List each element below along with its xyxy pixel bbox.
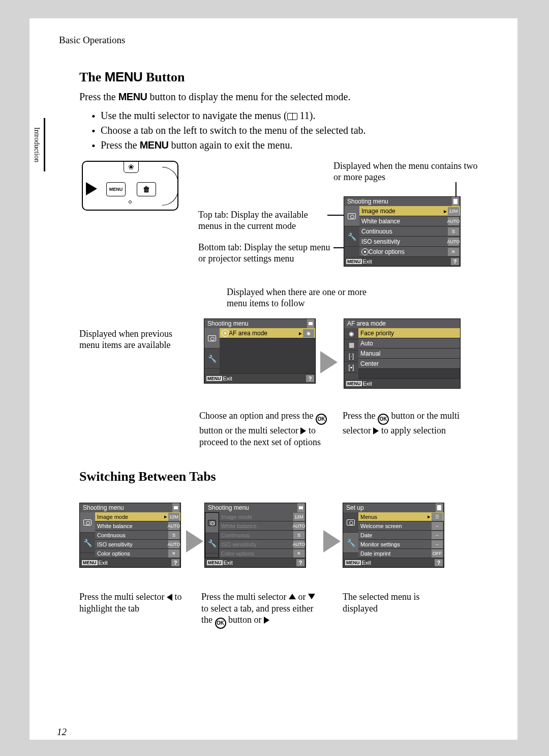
callout-pages: Displayed when the menu contains two or … [333,161,486,183]
lcd-step1: Shooting menu 🔧 Image mode▸12M White bal… [79,503,181,568]
down-arrow-icon [308,594,315,599]
bullet-1: Use the multi selector to navigate the m… [92,108,497,123]
arrow-right-icon [320,351,338,373]
menu-item-iso: ISO sensitivityAUTO [359,237,460,247]
pointer-arrow-icon [86,182,97,195]
menu-glyph: MENU [105,69,143,84]
section-menu-illustration: ❀ MENU 🗑 Top tab: Display the available … [79,161,497,318]
caption-step2: Press the multi selector or to select a … [201,591,318,629]
center-icon: [▪] [344,362,358,373]
lcd-setup-menu: Set up 🔧 Menus▸☰ Welcome screen-- Date--… [343,503,444,568]
shooting-tab-icon [343,512,358,533]
page: Basic Operations Introduction The MENU B… [29,18,517,740]
heading-switching-tabs: Switching Between Tabs [79,469,497,484]
menu-item-image-mode: Image mode▸12M [359,206,460,216]
menu-title: AF area mode [344,319,460,328]
left-arrow-icon [167,594,172,601]
lcd-shooting-menu-2: Shooting menu 🔧 AF area mode▸◉ MENUExit? [204,318,316,384]
menu-empty [220,338,315,374]
section-switching-tabs: Shooting menu 🔧 Image mode▸12M White bal… [79,489,497,647]
chapter-tab: Introduction [29,118,45,171]
shooting-tab-icon [344,206,359,226]
up-arrow-icon [289,594,296,599]
menu-item-color: Color options✕ [359,247,460,257]
setup-tab-icon: 🔧 [344,226,359,247]
lcd-step2: Shooting menu 🔧 Image mode12M White bala… [204,503,306,568]
menu-tabs: 🔧 [344,206,359,257]
shooting-tab-icon [80,512,95,533]
heading-menu-button: The MENU Button [79,69,497,85]
menu-item-continuous: ContinuousS [359,226,460,237]
menu-item-face-priority: Face priority [358,328,460,338]
lcd-af-area-mode: AF area mode ◉ ▦ [∙] [▪] Face priority A… [344,318,461,389]
menu-title: Shooting menu [344,197,460,206]
more-below-icon [361,248,369,255]
caption-step3: The selected menu is displayed [343,591,449,614]
menu-item: Image mode▸12M [95,512,180,521]
caption-choose-option: Choose an option and press the OK button… [199,410,331,448]
camera-menu-button: MENU [106,182,126,196]
menu-item-auto: Auto [358,338,460,348]
camera-back-drawing: ❀ MENU 🗑 [82,161,178,211]
setup-tab-icon: 🔧 [80,533,95,553]
camera-dial [162,167,178,206]
section-choose-option: Displayed when previous menu items are a… [79,318,497,466]
menu-item-af-area: AF area mode▸◉ [220,328,315,338]
caption-step1: Press the multi selector to highlight th… [79,591,186,614]
macro-icon: ❀ [124,161,139,173]
lcd-shooting-menu: Shooting menu 🔧 Image mode▸12M White bal… [344,196,461,267]
face-priority-icon: ◉ [344,328,358,339]
bullet-list: Use the multi selector to navigate the m… [92,108,497,153]
ok-button-icon: OK [316,414,327,425]
menu-item-menus: Menus▸☰ [358,512,444,521]
auto-icon: ▦ [344,339,358,351]
callout-top-tab: Top tab: Display the available menus in … [198,210,325,231]
setup-tab-icon: 🔧 [205,533,219,554]
menu-title: Shooting menu [204,319,315,328]
arrow-right-icon [323,530,341,553]
setup-tab-icon: 🔧 [343,533,358,553]
callout-more-items: Displayed when there are one or more men… [227,287,379,309]
caption-apply-selection: Press the OK button or the multi selecto… [343,410,475,437]
menu-item-white-balance: White balanceAUTO [359,216,460,226]
menu-item-manual: Manual [358,348,460,359]
camera-dot [129,200,132,203]
shooting-tab-icon [205,513,219,533]
arrow-right-icon [186,530,203,553]
bullet-2: Choose a tab on the left to switch to th… [92,123,497,138]
shooting-tab-icon [204,328,220,348]
setup-tab-icon: 🔧 [204,348,220,369]
help-icon: ? [451,258,459,265]
manual-icon: [∙] [344,351,358,362]
more-above-icon [222,330,229,337]
menu-item-center: Center [358,359,460,369]
leader-line [455,182,456,197]
book-icon [287,113,297,120]
page-indicator-icon [452,197,459,206]
camera-delete-button: 🗑 [137,182,156,196]
callout-prev-items: Displayed when previous menu items are a… [79,329,186,351]
callout-bottom-tab: Bottom tab: Display the setup menu or pr… [198,242,330,264]
menu-footer: MENUExit? [344,257,460,266]
right-arrow-icon [300,427,306,434]
intro-text: Press the MENU button to display the men… [79,90,497,103]
section-header: Basic Operations [59,35,497,46]
bullet-3: Press the MENU button again to exit the … [92,138,497,153]
page-number: 12 [57,726,67,738]
